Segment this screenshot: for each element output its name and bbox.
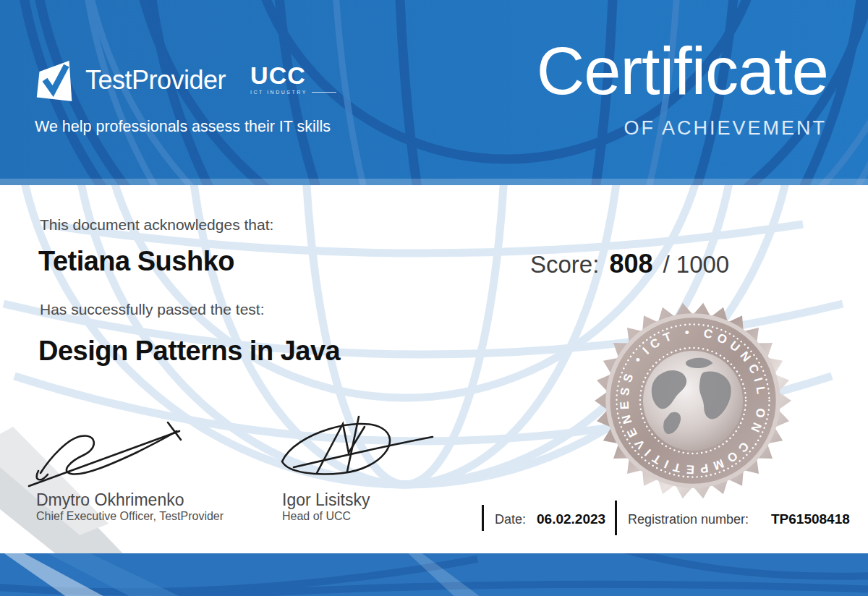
signature-image-ceo: [26, 402, 194, 495]
acknowledge-label: This document acknowledges that:: [40, 216, 273, 234]
signatory-role: Chief Executive Officer, TestProvider: [36, 510, 224, 523]
brand-name: TestProvider: [85, 59, 226, 101]
certificate-page: TestProvider UCC ICT INDUSTRY We help pr…: [0, 0, 868, 596]
score-label: Score:: [530, 251, 599, 278]
divider-bar: [615, 501, 617, 535]
brand-tagline: We help professionals assess their IT sk…: [35, 118, 331, 136]
brand-row: TestProvider UCC ICT INDUSTRY: [35, 59, 336, 104]
header-band: TestProvider UCC ICT INDUSTRY We help pr…: [0, 0, 868, 185]
registration-label: Registration number:: [628, 512, 749, 527]
testprovider-check-icon: [35, 59, 75, 104]
certificate-subtitle: OF ACHIEVEMENT: [624, 117, 827, 140]
ucc-logo-text: UCC: [250, 62, 336, 88]
signature-image-ucc: [272, 405, 440, 495]
passed-label: Has successfully passed the test:: [40, 301, 264, 318]
date-value: 06.02.2023: [537, 511, 605, 527]
ict-council-seal: ICT • COUNCIL ON COMPETITIVENESS •: [594, 302, 792, 500]
ucc-logo-subtitle: ICT INDUSTRY: [250, 90, 336, 95]
ucc-logo: UCC ICT INDUSTRY: [250, 62, 336, 95]
signatory-name: Dmytro Okhrimenko: [36, 490, 184, 510]
partner-logos: GlobalLogic® <epam> CIKLUM EMPOWERING CO…: [0, 553, 868, 596]
score-total: / 1000: [663, 251, 729, 278]
signatory-name: Igor Lisitsky: [282, 490, 370, 510]
registration-value: TP61508418: [771, 511, 850, 527]
recipient-name: Tetiana Sushko: [38, 246, 234, 277]
certificate-title: Certificate: [537, 35, 828, 107]
signatory-role: Head of UCC: [282, 510, 351, 523]
score-value: 808: [609, 249, 652, 279]
test-name: Design Patterns in Java: [38, 336, 340, 367]
ucc-logo-line: [312, 92, 336, 93]
score-row: Score: 808 / 1000: [530, 249, 729, 279]
date-label: Date:: [495, 512, 526, 527]
divider-bar: [482, 505, 484, 531]
